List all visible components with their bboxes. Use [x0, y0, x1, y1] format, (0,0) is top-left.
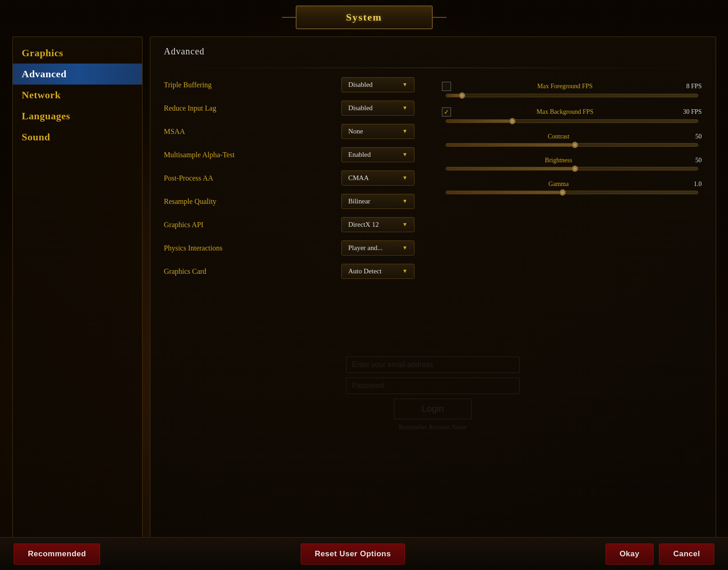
- slider-fill-background: [446, 120, 509, 123]
- dropdown-value-graphics-api: DirectX 12: [348, 221, 379, 229]
- slider-track-background[interactable]: [446, 119, 698, 123]
- dropdown-value-graphics-card: Auto Detect: [348, 267, 382, 275]
- slider-thumb-gamma[interactable]: [559, 189, 566, 196]
- sidebar-item-advanced[interactable]: Advanced: [13, 64, 142, 85]
- content-area: Graphics Advanced Network Languages Soun…: [12, 37, 716, 570]
- setting-graphics-card: Graphics Card Auto Detect ▼: [164, 264, 415, 279]
- recommended-button[interactable]: Recommended: [14, 543, 100, 565]
- slider-header-foreground: Max Foreground FPS 8 FPS: [442, 82, 702, 91]
- dropdown-triple-buffering[interactable]: Disabled ▼: [341, 77, 414, 92]
- setting-triple-buffering: Triple Buffering Disabled ▼: [164, 77, 415, 92]
- sidebar-item-graphics[interactable]: Graphics: [13, 43, 142, 64]
- settings-grid: Triple Buffering Disabled ▼ Reduce Input…: [164, 77, 702, 287]
- label-physics-interactions: Physics Interactions: [164, 244, 223, 252]
- dropdown-graphics-card[interactable]: Auto Detect ▼: [341, 264, 414, 279]
- slider-track-container-brightness: [442, 167, 702, 170]
- bottom-bar: Recommended Reset User Options Okay Canc…: [0, 537, 728, 570]
- setting-post-process-aa: Post-Process AA CMAA ▼: [164, 170, 415, 186]
- dropdown-post-process-aa[interactable]: CMAA ▼: [341, 170, 414, 186]
- ghost-remember: Remember Account Name: [346, 424, 520, 431]
- ghost-form: Login Remember Account Name: [346, 357, 520, 431]
- slider-value-background: 30 FPS: [679, 108, 702, 116]
- okay-button[interactable]: Okay: [606, 543, 654, 565]
- sidebar-item-network[interactable]: Network: [13, 85, 142, 106]
- sidebar-item-languages[interactable]: Languages: [13, 106, 142, 127]
- slider-fill-brightness: [446, 167, 572, 170]
- slider-track-brightness[interactable]: [446, 167, 698, 170]
- bottom-right-buttons: Okay Cancel: [606, 543, 714, 565]
- setting-multisample-alpha-test: Multisample Alpha-Test Enabled ▼: [164, 147, 415, 162]
- slider-title-background: Max Background FPS: [455, 108, 675, 116]
- dropdown-arrow-multisample-alpha-test: ▼: [402, 151, 408, 158]
- slider-title-brightness: Brightness: [442, 157, 675, 164]
- slider-fill-contrast: [446, 144, 572, 146]
- label-post-process-aa: Post-Process AA: [164, 174, 213, 182]
- sidebar-item-sound[interactable]: Sound: [13, 127, 142, 148]
- slider-fill-gamma: [446, 191, 559, 194]
- slider-title-gamma: Gamma: [442, 181, 675, 188]
- label-graphics-api: Graphics API: [164, 221, 204, 229]
- slider-thumb-brightness[interactable]: [572, 165, 578, 172]
- dropdown-value-multisample-alpha-test: Enabled: [348, 151, 371, 159]
- separator: [164, 68, 702, 68]
- slider-group-max-foreground-fps: Max Foreground FPS 8 FPS: [442, 82, 702, 97]
- dropdown-multisample-alpha-test[interactable]: Enabled ▼: [341, 147, 414, 162]
- slider-value-contrast: 50: [679, 133, 702, 140]
- dropdown-arrow-physics-interactions: ▼: [402, 245, 408, 251]
- slider-group-brightness: Brightness 50: [442, 157, 702, 170]
- label-graphics-card: Graphics Card: [164, 267, 207, 276]
- dropdown-arrow-resample-quality: ▼: [402, 198, 408, 205]
- slider-header-contrast: Contrast 50: [442, 133, 702, 140]
- dropdown-arrow-graphics-api: ▼: [402, 221, 408, 228]
- cancel-button[interactable]: Cancel: [659, 543, 714, 565]
- checkbox-background-fps[interactable]: [442, 107, 451, 117]
- dropdown-value-resample-quality: Bilinear: [348, 197, 370, 205]
- ghost-login-button: Login: [394, 399, 472, 419]
- slider-value-gamma: 1.0: [679, 181, 702, 188]
- slider-track-gamma[interactable]: [446, 191, 698, 194]
- slider-group-gamma: Gamma 1.0: [442, 181, 702, 194]
- dropdown-resample-quality[interactable]: Bilinear ▼: [341, 194, 414, 209]
- slider-thumb-contrast[interactable]: [572, 142, 578, 148]
- slider-group-max-background-fps: Max Background FPS 30 FPS: [442, 107, 702, 123]
- label-reduce-input-lag: Reduce Input Lag: [164, 104, 217, 112]
- dropdown-msaa[interactable]: None ▼: [341, 124, 414, 139]
- dropdown-arrow-reduce-input-lag: ▼: [402, 105, 408, 112]
- label-multisample-alpha-test: Multisample Alpha-Test: [164, 151, 235, 159]
- dropdown-arrow-triple-buffering: ▼: [402, 81, 408, 88]
- slider-header-background: Max Background FPS 30 FPS: [442, 107, 702, 117]
- window-title: System: [346, 11, 382, 23]
- reset-button[interactable]: Reset User Options: [301, 543, 405, 565]
- slider-value-foreground: 8 FPS: [679, 83, 702, 90]
- checkbox-foreground-fps[interactable]: [442, 82, 451, 91]
- dropdown-reduce-input-lag[interactable]: Disabled ▼: [341, 101, 414, 116]
- slider-track-container-background: [442, 119, 702, 123]
- setting-msaa: MSAA None ▼: [164, 124, 415, 139]
- slider-title-contrast: Contrast: [442, 133, 675, 140]
- label-resample-quality: Resample Quality: [164, 197, 217, 206]
- dropdown-value-msaa: None: [348, 128, 363, 135]
- right-column: Max Foreground FPS 8 FPS: [433, 77, 702, 287]
- slider-title-foreground: Max Foreground FPS: [455, 83, 675, 90]
- dropdown-physics-interactions[interactable]: Player and... ▼: [341, 240, 414, 256]
- setting-physics-interactions: Physics Interactions Player and... ▼: [164, 240, 415, 256]
- dropdown-arrow-graphics-card: ▼: [402, 268, 408, 275]
- slider-track-contrast[interactable]: [446, 143, 698, 147]
- dropdown-value-physics-interactions: Player and...: [348, 244, 383, 252]
- slider-thumb-foreground[interactable]: [459, 92, 465, 99]
- slider-header-gamma: Gamma 1.0: [442, 181, 702, 188]
- slider-value-brightness: 50: [679, 157, 702, 164]
- sidebar: Graphics Advanced Network Languages Soun…: [12, 37, 143, 570]
- main-container: System Graphics Advanced Network Languag…: [0, 0, 728, 570]
- dropdown-arrow-post-process-aa: ▼: [402, 175, 408, 181]
- setting-resample-quality: Resample Quality Bilinear ▼: [164, 194, 415, 209]
- panel-title: Advanced: [164, 46, 702, 57]
- left-column: Triple Buffering Disabled ▼ Reduce Input…: [164, 77, 433, 287]
- slider-track-container-contrast: [442, 143, 702, 147]
- slider-track-foreground[interactable]: [446, 94, 698, 97]
- label-triple-buffering: Triple Buffering: [164, 81, 212, 89]
- slider-header-brightness: Brightness 50: [442, 157, 702, 164]
- dropdown-graphics-api[interactable]: DirectX 12 ▼: [341, 217, 414, 232]
- label-msaa: MSAA: [164, 128, 185, 136]
- slider-thumb-background[interactable]: [509, 118, 515, 124]
